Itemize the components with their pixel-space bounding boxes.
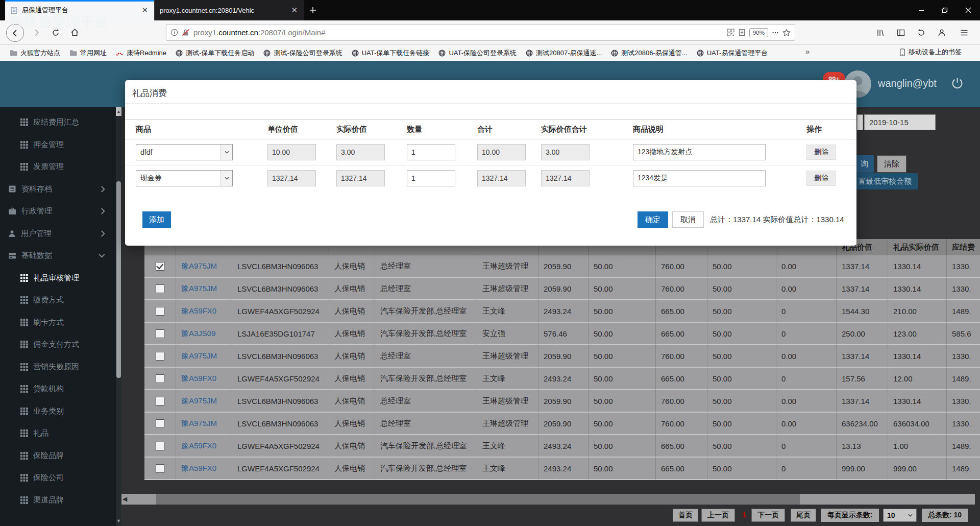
sidebar-item[interactable]: 资料存档 xyxy=(0,178,116,201)
sidebar-scroll-up-icon[interactable]: ▲ xyxy=(116,107,121,116)
row-checkbox[interactable] xyxy=(156,352,164,361)
table-row[interactable]: 豫A59FX0LGWEF4A5XGF502924人保电销汽车保险开发部,总经理室… xyxy=(144,435,980,458)
row-checkbox[interactable] xyxy=(156,442,164,450)
page-next-button[interactable]: 下一页 xyxy=(751,509,785,522)
per-page-select[interactable]: 10 xyxy=(883,509,917,522)
logout-power-icon[interactable] xyxy=(950,77,964,90)
mobile-bookmarks-button[interactable]: 移动设备上的书签 xyxy=(899,47,962,57)
table-row[interactable]: 豫A59FX0LGWEF4A5XGF502924人保电销汽车保险开发部,总经理室… xyxy=(144,300,980,323)
sidebar-item[interactable]: 刷卡方式 xyxy=(0,312,116,334)
table-row[interactable]: 豫A975JMLSVCL6BM3HN096063人保电销总经理室王琳超级管理20… xyxy=(144,390,980,413)
new-tab-button[interactable] xyxy=(304,0,322,20)
library-icon[interactable] xyxy=(872,24,889,41)
sidebar-toggle-icon[interactable] xyxy=(892,24,909,41)
plate-number-link[interactable]: 豫A975JM xyxy=(181,261,217,271)
sidebar-item[interactable]: 保险公司 xyxy=(0,467,116,489)
menu-hamburger-icon[interactable] xyxy=(955,24,972,41)
reader-mode-icon[interactable] xyxy=(738,29,746,36)
table-row[interactable]: 豫A975JMLSVCL6BM3HN096063人保电销总经理室王琳超级管理20… xyxy=(144,278,980,300)
page-actions-icon[interactable] xyxy=(772,29,779,36)
bookmark-star-icon[interactable] xyxy=(782,29,791,37)
sidebar-item[interactable]: 业务类别 xyxy=(0,400,116,423)
product-select[interactable]: 现金券 xyxy=(136,170,233,186)
sidebar-item[interactable]: 基础数据 xyxy=(0,245,116,267)
table-row[interactable]: 豫A59FX0LGWEF4A5XGF502924人保电销汽车保险开发部,总经理室… xyxy=(144,368,980,390)
zoom-level-badge[interactable]: 90% xyxy=(749,28,768,37)
row-checkbox[interactable] xyxy=(156,419,164,428)
row-checkbox[interactable] xyxy=(156,329,164,338)
bookmark-item[interactable]: 常用网址 xyxy=(66,47,110,59)
plate-number-link[interactable]: 豫A975JM xyxy=(181,419,217,428)
sidebar-item[interactable]: 缴费方式 xyxy=(0,289,116,312)
date-input[interactable]: 2019-10-15 xyxy=(864,114,936,130)
row-checkbox[interactable] xyxy=(156,262,164,271)
product-select[interactable]: dfdf xyxy=(136,144,233,160)
confirm-button[interactable]: 确定 xyxy=(638,211,668,228)
plate-number-link[interactable]: 豫A59FX0 xyxy=(181,306,216,316)
horizontal-scrollbar[interactable]: ◀ xyxy=(121,494,975,505)
account-icon[interactable] xyxy=(933,24,950,41)
bookmark-item[interactable]: 测试-保险公司登录系统 xyxy=(260,47,346,59)
add-button[interactable]: 添加 xyxy=(142,211,171,228)
plate-number-link[interactable]: 豫A59FX0 xyxy=(181,441,216,451)
description-input[interactable]: 1234发是 xyxy=(633,170,766,186)
sidebar-scroll-down-icon[interactable]: ▼ xyxy=(116,516,121,525)
plate-number-link[interactable]: 豫A59FX0 xyxy=(181,374,216,384)
filter-input-partial[interactable] xyxy=(857,114,863,130)
sidebar-item[interactable]: 保险品牌 xyxy=(0,445,116,467)
scroll-left-icon[interactable]: ◀ xyxy=(122,495,127,503)
sidebar-item[interactable]: 行政管理 xyxy=(0,200,116,223)
bookmarks-overflow-button[interactable]: » xyxy=(805,47,808,56)
window-minimize-button[interactable] xyxy=(910,0,933,20)
sidebar-item[interactable]: 渠道品牌 xyxy=(0,489,116,512)
bookmark-item[interactable]: UAT-易保通管理平台 xyxy=(693,47,772,59)
row-checkbox[interactable] xyxy=(156,397,164,405)
sidebar-item[interactable]: 佣金支付方式 xyxy=(0,333,116,356)
cancel-button[interactable]: 取消 xyxy=(672,211,704,228)
row-checkbox[interactable] xyxy=(156,464,164,473)
plate-number-link[interactable]: 豫A3JS09 xyxy=(181,329,216,339)
horizontal-scrollbar-thumb[interactable] xyxy=(156,494,800,505)
sidebar-scrollbar-thumb[interactable] xyxy=(116,181,121,378)
quantity-input[interactable]: 1 xyxy=(407,170,455,186)
bookmark-item[interactable]: 火狐官方站点 xyxy=(6,47,64,59)
browser-tab-inactive[interactable]: proxy1.countnet.cn:20801/Vehic ✕ xyxy=(154,0,304,20)
page-last-button[interactable]: 尾页 xyxy=(791,509,816,522)
sidebar-item[interactable]: 礼品 xyxy=(0,422,116,445)
clear-button[interactable]: 清除 xyxy=(877,155,906,173)
sidebar-item[interactable]: 礼品审核管理 xyxy=(0,267,116,290)
sidebar-item[interactable]: 用户管理 xyxy=(0,223,116,245)
sidebar-item[interactable]: 发票管理 xyxy=(0,156,116,178)
plate-number-link[interactable]: 豫A975JM xyxy=(181,396,217,406)
table-row[interactable]: 豫A975JMLSVCL6BM3HN096063人保电销总经理室王琳超级管理20… xyxy=(144,255,980,278)
delete-button[interactable]: 删除 xyxy=(806,145,836,160)
plate-number-link[interactable]: 豫A59FX0 xyxy=(181,464,216,473)
history-sync-icon[interactable] xyxy=(913,24,929,41)
sidebar-item[interactable]: 营销失败原因 xyxy=(0,356,116,378)
quantity-input[interactable]: 1 xyxy=(407,144,455,160)
sidebar-scrollbar[interactable]: ▲ ▼ xyxy=(116,107,121,526)
tab-close-icon[interactable]: ✕ xyxy=(290,6,299,15)
bookmark-item[interactable]: UAT-保险公司登录系统 xyxy=(435,47,520,59)
sidebar-item[interactable]: 应结费用汇总 xyxy=(0,111,116,134)
window-restore-button[interactable] xyxy=(933,0,957,20)
table-row[interactable]: 豫A59FX0LGWEF4A5XGF502924人保电销汽车保险开发部,总经理室… xyxy=(144,458,980,480)
table-row[interactable]: 豫A975JMLSVCL6BM3HN096063人保电销总经理室王琳超级管理20… xyxy=(144,345,980,368)
username-label[interactable]: wanglin@ybt xyxy=(878,78,937,89)
table-row[interactable]: 豫A3JS09LSJA16E35DG101747人保电销汽车保险开发部,总经理室… xyxy=(144,323,980,345)
description-input[interactable]: 123撒地方发射点 xyxy=(633,144,766,160)
row-checkbox[interactable] xyxy=(156,307,164,316)
bookmark-item[interactable]: 康特Redmine xyxy=(112,47,170,59)
sidebar-item[interactable]: 贷款机构 xyxy=(0,378,116,400)
insecure-lock-icon[interactable] xyxy=(182,29,190,37)
delete-button[interactable]: 删除 xyxy=(806,171,836,186)
row-checkbox[interactable] xyxy=(156,374,164,383)
url-bar[interactable]: proxy1.countnet.cn:20807/Login/Main# 90% xyxy=(166,24,795,41)
sidebar-item[interactable]: 押金管理 xyxy=(0,134,116,156)
bookmark-item[interactable]: 测试-保单下载任务启动 xyxy=(172,47,258,59)
scan-qr-icon[interactable] xyxy=(727,29,734,36)
row-checkbox[interactable] xyxy=(156,284,164,293)
page-prev-button[interactable]: 上一页 xyxy=(701,509,735,522)
bookmark-item[interactable]: 测试20807-易保通速... xyxy=(522,47,605,59)
site-info-icon[interactable] xyxy=(170,29,178,36)
